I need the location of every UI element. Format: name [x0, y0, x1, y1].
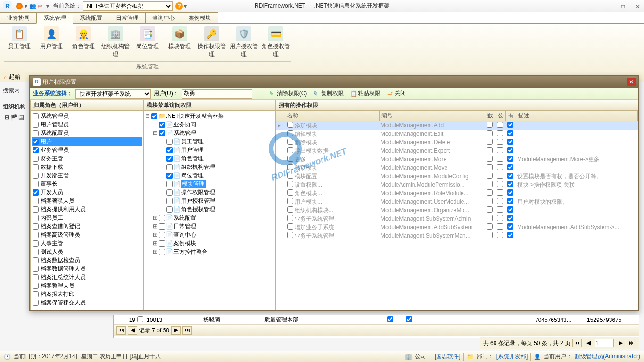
- permission-row[interactable]: 角色模块...ModuleManagement.RoleModule...: [276, 189, 638, 197]
- row-checkbox[interactable]: [387, 316, 393, 322]
- module-tree-node[interactable]: 📄用户授权管理: [145, 197, 274, 205]
- role-item[interactable]: 用户管理员: [32, 120, 142, 129]
- expand-icon[interactable]: ⊟: [152, 130, 158, 136]
- close-dialog-button[interactable]: ⮐关闭: [385, 89, 408, 99]
- perm-chk1[interactable]: [487, 156, 493, 162]
- perm-chk3[interactable]: [507, 223, 513, 230]
- clear-permission-button[interactable]: ✎清除权限(C): [267, 89, 309, 99]
- tools-icon[interactable]: ✂: [38, 3, 44, 9]
- main-tab[interactable]: 查询中心: [145, 12, 182, 23]
- dialog-close-button[interactable]: ✕: [627, 78, 636, 86]
- module-checkbox[interactable]: [159, 215, 165, 221]
- module-checkbox[interactable]: [166, 206, 173, 213]
- role-checkbox[interactable]: [33, 206, 39, 213]
- role-checkbox[interactable]: [33, 300, 39, 306]
- role-item[interactable]: 系统管理员: [32, 112, 142, 120]
- perm-checkbox[interactable]: [287, 232, 293, 238]
- role-checkbox[interactable]: [33, 283, 39, 289]
- role-checkbox[interactable]: [33, 266, 39, 272]
- nav-prev-button[interactable]: ◀: [128, 326, 137, 335]
- perm-chk3[interactable]: [507, 206, 513, 213]
- expand-icon[interactable]: ⊞: [152, 240, 158, 247]
- pager-next-button[interactable]: ▶: [616, 339, 625, 347]
- role-checkbox[interactable]: [33, 215, 39, 221]
- ribbon-button[interactable]: 🛡️用户授权管理: [229, 25, 259, 59]
- expand-icon[interactable]: ⊟: [5, 114, 9, 121]
- role-item[interactable]: 档案高级管理员: [32, 230, 142, 239]
- perm-checkbox[interactable]: [287, 206, 293, 213]
- main-tab[interactable]: 系统配置: [73, 12, 109, 23]
- minimize-button[interactable]: —: [607, 3, 613, 9]
- perm-chk3[interactable]: [507, 147, 513, 153]
- perm-chk3[interactable]: [507, 189, 513, 196]
- perm-chk2[interactable]: [497, 189, 503, 196]
- row-checkbox[interactable]: [406, 316, 412, 322]
- role-item[interactable]: 财务主管: [32, 154, 142, 163]
- role-item[interactable]: 人事主管: [32, 239, 142, 247]
- row-checkbox[interactable]: [137, 316, 143, 322]
- perm-chk2[interactable]: [497, 215, 503, 221]
- perm-chk3[interactable]: [507, 156, 513, 162]
- permission-row[interactable]: 移动模块ModuleManagement.Move: [276, 164, 638, 172]
- perm-chk1[interactable]: [487, 173, 493, 179]
- users-icon[interactable]: 👥: [29, 3, 36, 9]
- paste-permission-button[interactable]: 📋粘贴权限: [348, 89, 382, 99]
- perm-checkbox[interactable]: [287, 215, 293, 221]
- module-checkbox[interactable]: [166, 198, 173, 204]
- perm-chk3[interactable]: [507, 198, 513, 204]
- perm-chk3[interactable]: [507, 139, 513, 145]
- role-checkbox[interactable]: [33, 130, 39, 136]
- perm-chk3[interactable]: [507, 215, 513, 221]
- perm-checkbox[interactable]: [287, 189, 293, 196]
- perm-checkbox[interactable]: [287, 156, 293, 162]
- module-tree-node[interactable]: 📄角色授权管理: [145, 205, 274, 214]
- dropdown-icon[interactable]: ▾: [46, 3, 49, 9]
- nav-next-button[interactable]: ▶: [171, 326, 181, 335]
- module-tree-node[interactable]: 📄用户管理: [145, 146, 274, 154]
- copy-permission-button[interactable]: ⎘复制权限: [312, 89, 346, 99]
- ribbon-button[interactable]: 📦模块管理: [165, 25, 195, 59]
- module-tree-node[interactable]: ⊟📁.NET快速开发整合框架: [145, 112, 274, 120]
- perm-checkbox[interactable]: [287, 173, 293, 179]
- module-checkbox[interactable]: [159, 232, 165, 238]
- perm-chk3[interactable]: [507, 173, 513, 179]
- role-item[interactable]: 开发部主管: [32, 171, 142, 180]
- pager-page-input[interactable]: [595, 339, 614, 347]
- module-checkbox[interactable]: [166, 189, 173, 196]
- permission-row[interactable]: 业务子系统管理ModuleManagent.SubSystemAdmin: [276, 214, 638, 223]
- module-checkbox[interactable]: [159, 240, 165, 247]
- main-tab[interactable]: 案例模块: [182, 12, 218, 23]
- perm-chk1[interactable]: [487, 122, 493, 128]
- col-c2[interactable]: 公: [495, 111, 506, 121]
- role-checkbox[interactable]: [33, 156, 39, 162]
- perm-chk2[interactable]: [497, 147, 503, 153]
- role-checkbox[interactable]: [33, 189, 39, 196]
- permission-row[interactable]: 业务子系统管理ModuleManagent.SubSystemMan...: [276, 231, 638, 240]
- perm-checkbox[interactable]: [287, 122, 293, 128]
- role-item[interactable]: 档案著录人员: [32, 197, 142, 205]
- ribbon-button[interactable]: 🔑操作权限管理: [197, 25, 227, 59]
- perm-chk2[interactable]: [497, 232, 503, 238]
- current-system-select[interactable]: .NET快速开发整合框架: [83, 1, 173, 11]
- expand-icon[interactable]: ⊞: [152, 223, 158, 230]
- perm-chk3[interactable]: [507, 232, 513, 238]
- col-code[interactable]: 编号: [380, 111, 485, 121]
- perm-checkbox[interactable]: [287, 164, 293, 170]
- perm-chk1[interactable]: [487, 232, 493, 238]
- module-checkbox[interactable]: [159, 130, 165, 136]
- perm-checkbox[interactable]: [287, 130, 293, 136]
- perm-chk1[interactable]: [487, 139, 493, 145]
- module-tree-node[interactable]: ⊞📄系统配置: [145, 214, 274, 222]
- module-tree-node[interactable]: ⊞📄案例模块: [145, 239, 274, 247]
- perm-chk1[interactable]: [487, 189, 493, 196]
- perm-chk3[interactable]: [507, 164, 513, 170]
- module-checkbox[interactable]: [166, 147, 173, 153]
- ribbon-button[interactable]: 💳角色授权管理: [261, 25, 291, 59]
- close-button[interactable]: ✕: [636, 3, 641, 9]
- perm-chk1[interactable]: [487, 147, 493, 153]
- perm-checkbox[interactable]: [287, 139, 293, 145]
- ribbon-button[interactable]: 👤用户管理: [36, 25, 66, 59]
- module-checkbox[interactable]: [159, 249, 165, 255]
- role-item[interactable]: 用户: [32, 137, 142, 146]
- permission-row[interactable]: ▸添加模块ModuleManagement.Add: [276, 121, 638, 130]
